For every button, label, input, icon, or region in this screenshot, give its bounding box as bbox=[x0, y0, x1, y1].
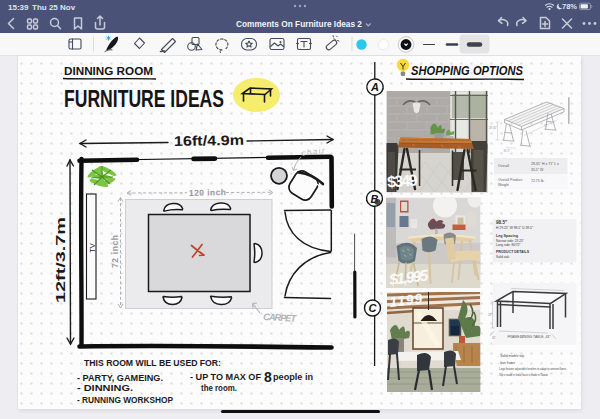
svg-text:Solid oak: Solid oak bbox=[496, 255, 510, 259]
svg-text:the room.: the room. bbox=[201, 383, 237, 393]
svg-text:28.35" H x 71" L x: 28.35" H x 71" L x bbox=[531, 162, 559, 166]
svg-text:28.35": 28.35" bbox=[489, 126, 497, 130]
svg-text:71": 71" bbox=[544, 124, 548, 128]
svg-text:CARPET: CARPET bbox=[263, 311, 298, 324]
svg-text:- RUNNING WORKSHOP: - RUNNING WORKSHOP bbox=[77, 395, 173, 405]
svg-text:FRAME DINING TABLE, 43": FRAME DINING TABLE, 43" bbox=[508, 335, 552, 339]
svg-text:→ Legs feature adjustable lev: → Legs feature adjustable levelers to ad… bbox=[496, 367, 566, 371]
svg-text:Overall: Overall bbox=[498, 164, 509, 168]
svg-text:72.75 lb.: 72.75 lb. bbox=[531, 179, 544, 183]
svg-text:- UP TO MAX OF: - UP TO MAX OF bbox=[190, 372, 262, 382]
svg-text:35.5": 35.5" bbox=[504, 149, 510, 153]
svg-text:12ft/3.7m: 12ft/3.7m bbox=[53, 217, 68, 303]
svg-text:8: 8 bbox=[264, 369, 272, 385]
svg-text:72 inch: 72 inch bbox=[110, 235, 120, 268]
svg-text:Long side: 80/72": Long side: 80/72" bbox=[496, 243, 521, 247]
svg-text:A: A bbox=[370, 81, 379, 93]
svg-text:H 29.25" W 98.5" D 39.5": H 29.25" W 98.5" D 39.5" bbox=[496, 226, 534, 230]
svg-text:DINNING ROOM: DINNING ROOM bbox=[64, 65, 153, 77]
svg-text:29": 29" bbox=[488, 313, 492, 317]
svg-text:C: C bbox=[369, 302, 378, 314]
svg-text:- PARTY, GAMEING.: - PARTY, GAMEING. bbox=[77, 373, 163, 383]
svg-text:Narrow side: 23.25": Narrow side: 23.25" bbox=[496, 239, 524, 243]
svg-text:PRODUCT DETAILS: PRODUCT DETAILS bbox=[496, 250, 530, 254]
svg-text:98.5": 98.5" bbox=[496, 220, 507, 225]
svg-text:16ft/4.9m: 16ft/4.9m bbox=[174, 132, 244, 149]
svg-text:120 inch: 120 inch bbox=[189, 187, 226, 198]
svg-text:SHOPPING OPTIONS: SHOPPING OPTIONS bbox=[411, 63, 523, 78]
svg-text:35": 35" bbox=[492, 336, 496, 340]
svg-text:- DINNING.: - DINNING. bbox=[77, 383, 133, 393]
svg-text:TV: TV bbox=[88, 243, 97, 253]
svg-text:FURNITURE IDEAS: FURNITURE IDEAS bbox=[64, 85, 224, 112]
svg-text:35.5" W: 35.5" W bbox=[531, 168, 544, 172]
svg-text:$349: $349 bbox=[387, 171, 419, 190]
svg-text:Weight: Weight bbox=[498, 183, 509, 187]
svg-text:Overall Product: Overall Product bbox=[498, 178, 522, 182]
svg-text:people in: people in bbox=[273, 372, 313, 382]
svg-text:Leg Spacing: Leg Spacing bbox=[496, 234, 518, 238]
svg-text:→ Iron frame: → Iron frame bbox=[496, 361, 515, 365]
svg-text:→ Solid marble top: → Solid marble top bbox=[496, 354, 524, 358]
svg-text:→ Top is made in India; base: → Top is made in India; base is made in … bbox=[496, 373, 548, 377]
svg-text:THIS ROOM WILL BE USED FOR:: THIS ROOM WILL BE USED FOR: bbox=[84, 358, 221, 368]
